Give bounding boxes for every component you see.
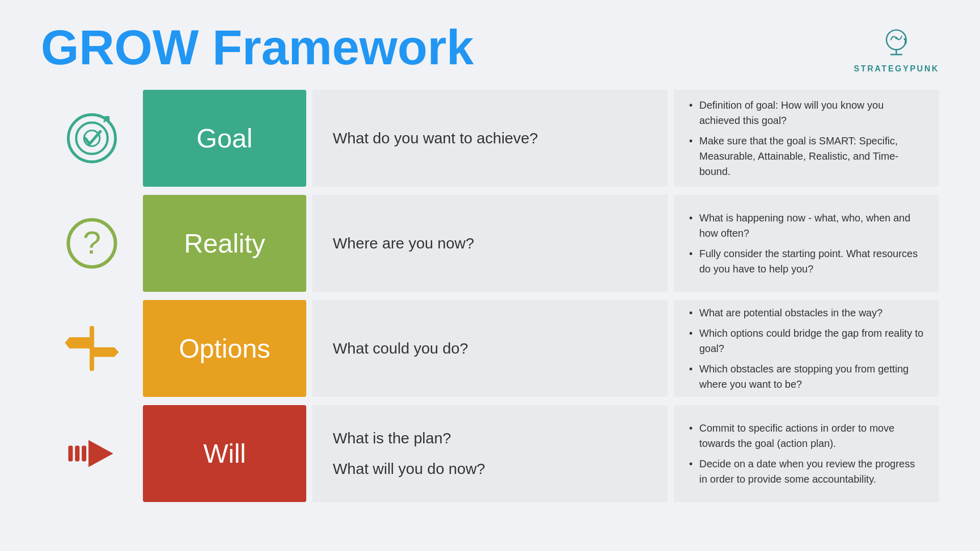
arrow-forward-icon: [64, 425, 120, 482]
reality-icon-cell: ?: [41, 195, 143, 292]
reality-label-cell: Reality: [143, 195, 306, 292]
svg-rect-14: [82, 445, 86, 461]
will-row: Will What is the plan? What will you do …: [41, 405, 939, 502]
reality-label: Reality: [184, 228, 265, 259]
will-label: Will: [203, 438, 246, 469]
goal-label: Goal: [197, 123, 253, 154]
options-details-list: What are potential obstacles in the way?…: [689, 305, 924, 392]
svg-point-0: [887, 30, 906, 50]
will-detail-1: Commit to specific actions in order to m…: [689, 420, 924, 451]
options-question: What could you do?: [333, 338, 468, 359]
svg-point-5: [76, 122, 108, 154]
will-details-cell: Commit to specific actions in order to m…: [674, 405, 939, 502]
will-details-list: Commit to specific actions in order to m…: [689, 420, 924, 487]
options-detail-3: Which obstacles are stopping you from ge…: [689, 361, 924, 392]
options-icon-cell: [41, 300, 143, 397]
options-detail-1: What are potential obstacles in the way?: [689, 305, 924, 320]
will-question-cell: What is the plan? What will you do now?: [312, 405, 668, 502]
goal-question-cell: What do you want to achieve?: [312, 90, 668, 187]
page-title: GROW Framework: [41, 20, 474, 74]
reality-details-cell: What is happening now - what, who, when …: [674, 195, 939, 292]
question-circle-icon: ?: [64, 215, 120, 271]
goal-detail-1: Definition of goal: How will you know yo…: [689, 97, 924, 128]
goal-icon-cell: [41, 90, 143, 187]
goal-question: What do you want to achieve?: [333, 128, 538, 149]
options-row: Options What could you do? What are pote…: [41, 300, 939, 397]
options-details-cell: What are potential obstacles in the way?…: [674, 300, 939, 397]
options-label-cell: Options: [143, 300, 306, 397]
reality-question: Where are you now?: [333, 233, 474, 254]
rows-container: Goal What do you want to achieve? Defini…: [41, 90, 939, 531]
page-container: GROW Framework STRATEGYPUNK: [0, 0, 980, 551]
svg-rect-12: [68, 445, 73, 461]
logo-text: STRATEGYPUNK: [854, 64, 939, 73]
options-label: Options: [179, 333, 270, 364]
reality-question-cell: Where are you now?: [312, 195, 668, 292]
will-detail-2: Decide on a date when you review the pro…: [689, 456, 924, 487]
svg-marker-11: [114, 347, 119, 357]
logo-icon: [878, 26, 914, 61]
goal-label-cell: Goal: [143, 90, 306, 187]
target-check-icon: [64, 110, 120, 166]
logo-area: STRATEGYPUNK: [854, 26, 939, 73]
will-icon-cell: [41, 405, 143, 502]
signpost-icon: [64, 320, 120, 377]
goal-row: Goal What do you want to achieve? Defini…: [41, 90, 939, 187]
reality-detail-2: Fully consider the starting point. What …: [689, 246, 924, 277]
goal-details-list: Definition of goal: How will you know yo…: [689, 97, 924, 179]
options-detail-2: Which options could bridge the gap from …: [689, 325, 924, 356]
svg-point-1: [895, 37, 897, 39]
will-question-2: What will you do now?: [333, 458, 485, 480]
svg-rect-13: [75, 445, 80, 461]
goal-details-cell: Definition of goal: How will you know yo…: [674, 90, 939, 187]
options-question-cell: What could you do?: [312, 300, 668, 397]
will-label-cell: Will: [143, 405, 306, 502]
reality-details-list: What is happening now - what, who, when …: [689, 210, 924, 277]
header: GROW Framework STRATEGYPUNK: [41, 20, 939, 74]
svg-text:?: ?: [83, 223, 101, 260]
goal-detail-2: Make sure that the goal is SMART: Specif…: [689, 133, 924, 179]
will-question-1: What is the plan?: [333, 428, 485, 449]
reality-detail-1: What is happening now - what, who, when …: [689, 210, 924, 241]
reality-row: ? Reality Where are you now? What is hap…: [41, 195, 939, 292]
svg-marker-10: [65, 337, 69, 348]
